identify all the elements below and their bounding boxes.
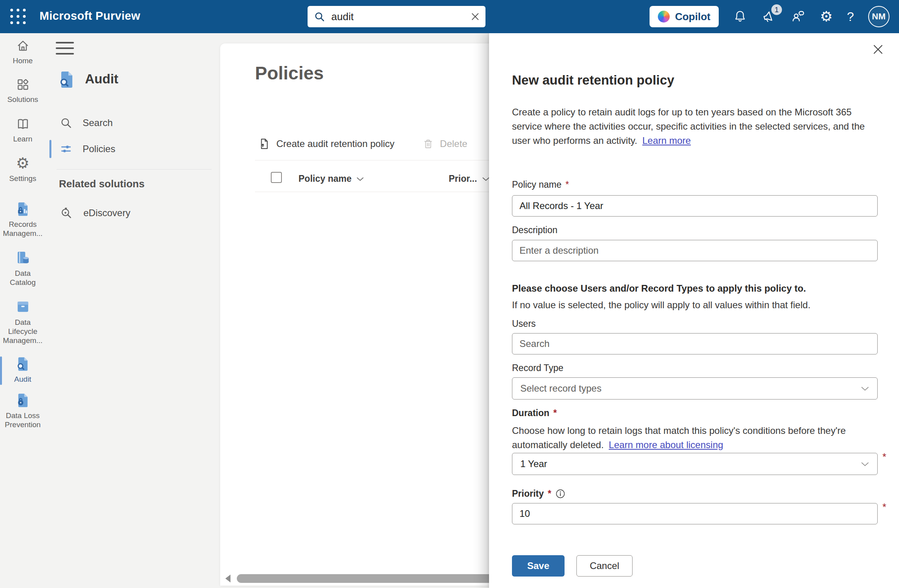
rail-item-audit[interactable]: Audit (0, 356, 45, 384)
help-icon[interactable]: ? (847, 10, 854, 23)
select-all-checkbox[interactable] (271, 172, 282, 183)
cancel-button[interactable]: Cancel (576, 555, 633, 577)
solutions-icon (16, 77, 30, 92)
announcement-badge: 1 (771, 4, 782, 15)
divider (57, 169, 212, 170)
copilot-icon (658, 11, 670, 23)
clear-search-icon[interactable] (470, 11, 480, 22)
duration-help: Choose how long to retain logs that matc… (512, 424, 874, 452)
required-marker: * (882, 501, 886, 513)
sidebar-header: Audit (57, 70, 118, 89)
column-header-policy-name[interactable]: Policy name (298, 173, 364, 184)
copilot-label: Copilot (675, 11, 710, 23)
create-policy-button[interactable]: Create audit retention policy (258, 138, 395, 150)
record-type-label: Record Type (512, 363, 563, 373)
data-loss-prevention-icon (15, 392, 31, 408)
learn-book-icon (16, 117, 30, 131)
panel-intro: Create a policy to retain audit logs for… (512, 105, 874, 148)
chevron-down-icon (861, 386, 869, 391)
policy-name-label: Policy name * (512, 179, 569, 190)
page-title: Policies (255, 62, 324, 84)
rail-label: Data Lifecycle Managem... (2, 318, 43, 345)
column-label: Policy name (298, 173, 351, 184)
column-header-priority[interactable]: Prior... (449, 173, 490, 184)
rail-item-data-catalog[interactable]: Data Catalog (0, 250, 45, 287)
scroll-left-arrow[interactable] (225, 575, 230, 582)
notifications-bell-icon[interactable] (733, 9, 747, 24)
data-catalog-icon (15, 250, 31, 266)
licensing-link[interactable]: Learn more about licensing (609, 439, 723, 450)
dropdown-value: 1 Year (520, 458, 547, 469)
purview-app: Microsoft Purview Copilot (0, 0, 899, 588)
sidebar-item-ediscovery[interactable]: eDiscovery (45, 201, 220, 225)
data-lifecycle-icon (15, 299, 31, 315)
column-label: Prior... (449, 173, 477, 184)
policy-name-input[interactable] (512, 195, 878, 217)
close-icon[interactable] (871, 43, 885, 56)
rail-label: Learn (2, 134, 43, 143)
description-input[interactable] (512, 240, 878, 261)
audit-icon (15, 356, 31, 371)
sidebar-item-label: Policies (83, 143, 115, 155)
rail-item-solutions[interactable]: Solutions (0, 77, 45, 104)
records-management-icon (15, 201, 31, 217)
required-marker: * (565, 179, 569, 190)
section-title: Please choose Users and/or Record Types … (512, 281, 874, 296)
rail-item-home[interactable]: Home (0, 39, 45, 65)
rail-label: Audit (2, 375, 43, 384)
rail-item-data-lifecycle[interactable]: Data Lifecycle Managem... (0, 299, 45, 345)
duration-dropdown[interactable]: 1 Year (512, 453, 878, 475)
settings-gear-icon: ⚙ (16, 156, 29, 171)
policies-toolbar: Create audit retention policy Delete (258, 138, 467, 150)
rail-label: Settings (2, 174, 43, 183)
collapse-menu-icon[interactable] (56, 42, 74, 55)
avatar[interactable]: NM (868, 6, 890, 27)
rail-item-settings[interactable]: ⚙ Settings (0, 156, 45, 183)
rail-label: Home (2, 56, 43, 65)
learn-more-link[interactable]: Learn more (642, 135, 691, 146)
rail-item-learn[interactable]: Learn (0, 117, 45, 143)
feedback-icon[interactable] (791, 9, 806, 24)
sidebar-item-search[interactable]: Search (45, 111, 220, 135)
search-icon (60, 117, 72, 129)
app-title: Microsoft Purview (40, 9, 140, 23)
save-button[interactable]: Save (512, 555, 565, 577)
search-icon (314, 11, 325, 22)
selected-indicator (49, 140, 51, 158)
record-type-dropdown[interactable]: Select record types (512, 377, 878, 400)
priority-input[interactable] (512, 503, 878, 524)
rail-label: Solutions (2, 95, 43, 104)
required-marker: * (553, 408, 557, 418)
chevron-down-icon (356, 177, 364, 181)
global-search[interactable] (308, 6, 485, 27)
description-label: Description (512, 225, 557, 236)
settings-gear-icon[interactable]: ⚙ (820, 9, 833, 24)
delete-policy-button[interactable]: Delete (422, 138, 467, 150)
app-launcher-icon[interactable] (10, 9, 27, 24)
topbar-actions: Copilot 1 (650, 0, 890, 33)
copilot-button[interactable]: Copilot (650, 6, 719, 27)
users-search-input[interactable] (512, 333, 878, 354)
new-document-icon (258, 138, 270, 150)
rail-item-records-management[interactable]: Records Managem... (0, 201, 45, 238)
delete-label: Delete (440, 138, 467, 149)
info-icon[interactable] (555, 488, 566, 499)
dropdown-placeholder: Select record types (520, 383, 601, 394)
required-marker: * (548, 488, 551, 499)
ediscovery-icon (60, 206, 73, 220)
sidebar-title: Audit (85, 72, 118, 87)
rail-item-data-loss-prevention[interactable]: Data Loss Prevention (0, 392, 45, 429)
announcements-megaphone-icon[interactable]: 1 (761, 9, 776, 24)
search-input[interactable] (331, 10, 465, 23)
sidebar-item-label: Search (83, 117, 113, 128)
chevron-down-icon (861, 462, 869, 467)
sidebar-item-label: eDiscovery (83, 207, 130, 219)
related-solutions-header: Related solutions (59, 178, 145, 190)
left-nav-rail: Home Solutions Learn ⚙ S (0, 33, 45, 588)
section-subtitle: If no value is selected, the policy will… (512, 298, 874, 312)
sidebar-item-policies[interactable]: Policies (45, 137, 220, 161)
trash-icon (422, 138, 434, 150)
audit-icon (57, 70, 76, 89)
create-policy-label: Create audit retention policy (276, 138, 395, 149)
required-marker: * (882, 451, 886, 463)
